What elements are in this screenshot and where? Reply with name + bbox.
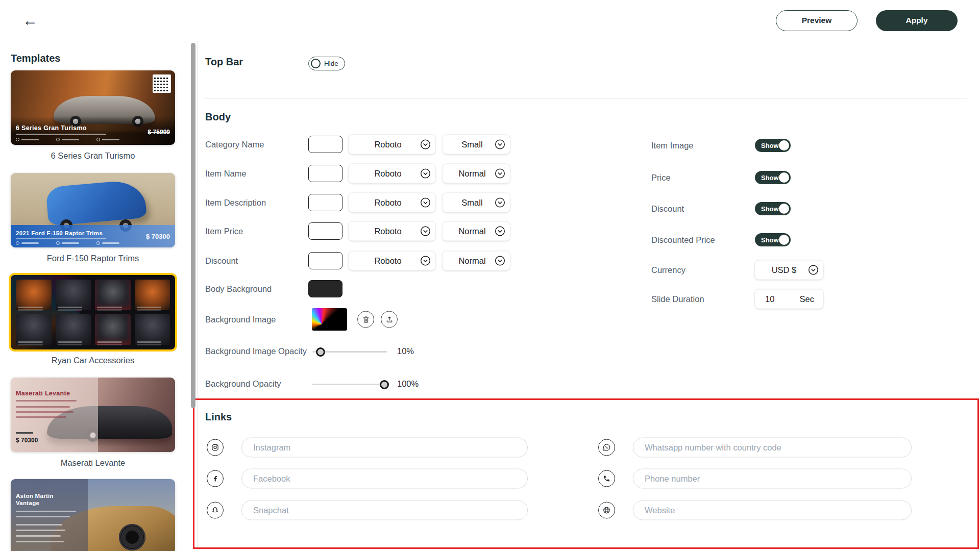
item-name-row: Item Name Roboto Normal xyxy=(205,163,522,184)
chevron-down-icon xyxy=(495,226,505,237)
snapchat-icon xyxy=(207,502,224,519)
color-swatch[interactable] xyxy=(308,222,342,240)
phone-input[interactable] xyxy=(633,469,912,489)
field-label: Item Name xyxy=(205,169,247,179)
color-swatch[interactable] xyxy=(308,165,342,182)
preview-button[interactable]: Preview xyxy=(776,10,857,31)
discounted-price-show-toggle[interactable]: Show xyxy=(755,233,791,246)
template-caption: 6 Series Gran Turismo xyxy=(11,151,175,161)
snapchat-link-row xyxy=(207,500,528,520)
template-thumbnail[interactable]: 6 Series Gran Turismo $ 75999 xyxy=(11,70,175,145)
chevron-down-icon xyxy=(495,197,505,208)
field-label: Background Opacity xyxy=(205,379,281,389)
toggle-knob xyxy=(779,140,789,151)
chevron-down-icon xyxy=(808,265,819,276)
links-section-title: Links xyxy=(205,411,232,423)
background-opacity-slider[interactable] xyxy=(312,384,387,385)
website-input[interactable] xyxy=(633,500,912,520)
template-overlay-price: $ 70300 xyxy=(16,437,38,444)
sidebar-scrollbar[interactable] xyxy=(191,43,195,408)
template-item-6-series-gran-turismo: 6 Series Gran Turismo $ 75999 6 Series G… xyxy=(11,70,175,145)
back-arrow-icon[interactable]: ← xyxy=(22,13,38,28)
phone-icon xyxy=(598,470,615,487)
font-select[interactable]: Roboto xyxy=(348,135,436,155)
background-image-thumbnail[interactable] xyxy=(312,308,347,331)
discount-show-toggle[interactable]: Show xyxy=(755,202,791,215)
font-select[interactable]: Roboto xyxy=(348,164,436,184)
field-label: Currency xyxy=(651,265,685,275)
template-thumbnail[interactable]: Aston Martin Vantage xyxy=(11,479,175,551)
slide-duration-row: Slide Duration 10 Sec xyxy=(651,289,866,309)
field-label: Price xyxy=(651,173,671,183)
template-thumbnail[interactable]: 2021 Ford F-150 Raptor Trims $ 70300 xyxy=(11,173,175,247)
body-background-swatch[interactable] xyxy=(308,280,342,297)
category-name-row: Category Name Roboto Small xyxy=(205,134,522,155)
color-swatch[interactable] xyxy=(308,252,342,269)
size-select[interactable]: Normal xyxy=(442,164,510,184)
slide-duration-value: 10 xyxy=(765,294,774,304)
price-show-toggle[interactable]: Show xyxy=(755,171,791,184)
template-thumbnail-selected[interactable] xyxy=(11,275,175,349)
snapchat-input[interactable] xyxy=(241,500,528,520)
template-overlay-price: $ 70300 xyxy=(146,233,170,240)
field-label: Discount xyxy=(651,204,684,214)
truck-image xyxy=(45,179,147,226)
toggle-knob xyxy=(311,59,321,68)
facebook-link-row xyxy=(207,468,528,489)
field-label: Item Image xyxy=(651,141,694,151)
chevron-down-icon xyxy=(495,168,505,179)
chevron-down-icon xyxy=(420,226,431,237)
background-image-row: Background Image xyxy=(205,307,522,332)
slider-thumb[interactable] xyxy=(316,347,325,357)
item-image-show-toggle[interactable]: Show xyxy=(755,139,791,152)
body-background-row: Body Background xyxy=(205,279,522,299)
globe-icon xyxy=(598,502,615,519)
currency-select[interactable]: USD $ xyxy=(754,260,824,280)
slider-thumb[interactable] xyxy=(380,380,389,389)
discount-row: Discount Roboto Normal xyxy=(205,251,522,271)
chevron-down-icon xyxy=(420,168,431,179)
template-item-aston-martin-vantage: Aston Martin Vantage xyxy=(11,479,175,551)
chevron-down-icon xyxy=(495,256,505,266)
top-bar-section-title: Top Bar xyxy=(205,56,243,68)
upload-background-button[interactable] xyxy=(381,311,398,328)
delete-background-button[interactable] xyxy=(357,311,374,328)
template-overlay-price: $ 75999 xyxy=(148,129,170,136)
body-section-title: Body xyxy=(205,111,231,123)
template-item-maserati-levante: Maserati Levante $ 70300 Maserati Levant… xyxy=(11,378,175,452)
size-select[interactable]: Normal xyxy=(442,251,510,271)
section-divider xyxy=(205,98,967,98)
template-editor-app: ← Preview Apply Templates 6 Series Gran … xyxy=(0,0,980,551)
instagram-link-row xyxy=(207,437,528,458)
field-label: Discounted Price xyxy=(651,235,715,245)
phone-link-row xyxy=(598,468,912,489)
facebook-input[interactable] xyxy=(241,469,528,489)
slide-duration-input[interactable]: 10 Sec xyxy=(754,289,824,309)
background-opacity-row: Background Opacity 100% xyxy=(205,373,522,394)
color-swatch[interactable] xyxy=(308,136,342,153)
template-caption: Maserati Levante xyxy=(11,458,175,468)
color-swatch[interactable] xyxy=(308,194,342,211)
whatsapp-icon xyxy=(598,439,615,456)
header-actions: Preview Apply xyxy=(776,10,958,31)
field-label: Item Price xyxy=(205,227,243,236)
toggle-knob xyxy=(779,204,789,214)
field-label: Item Description xyxy=(205,198,266,208)
font-select[interactable]: Roboto xyxy=(348,251,436,271)
qr-code xyxy=(153,74,171,93)
whatsapp-input[interactable] xyxy=(633,438,912,458)
instagram-input[interactable] xyxy=(241,438,528,458)
font-select[interactable]: Roboto xyxy=(348,221,436,241)
font-select[interactable]: Roboto xyxy=(348,193,436,213)
size-select[interactable]: Small xyxy=(442,135,510,155)
background-opacity-value: 100% xyxy=(397,379,419,389)
apply-button[interactable]: Apply xyxy=(876,10,958,31)
hide-toggle[interactable]: Hide xyxy=(308,57,345,70)
item-description-row: Item Description Roboto Small xyxy=(205,192,522,213)
field-label: Category Name xyxy=(205,140,264,149)
size-select[interactable]: Normal xyxy=(442,221,510,241)
background-image-opacity-slider[interactable] xyxy=(312,351,387,353)
field-label: Background Image xyxy=(205,315,276,324)
size-select[interactable]: Small xyxy=(442,193,510,213)
template-thumbnail[interactable]: Maserati Levante $ 70300 xyxy=(11,378,175,452)
